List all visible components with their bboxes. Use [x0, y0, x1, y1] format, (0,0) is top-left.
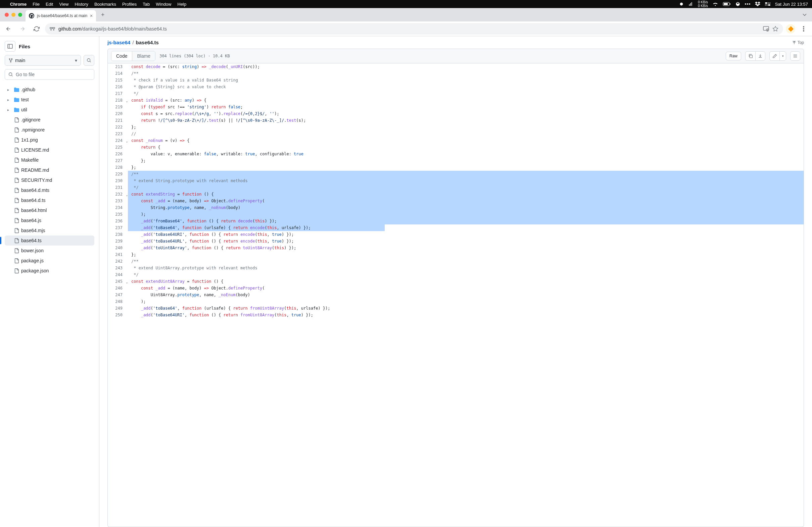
chrome-menu-icon[interactable]	[798, 23, 809, 34]
line-number[interactable]: 213	[108, 63, 128, 70]
line-number[interactable]: 221	[108, 117, 128, 124]
line-number[interactable]: 226	[108, 151, 128, 157]
code-content[interactable]: /**	[128, 70, 803, 77]
window-maximize[interactable]	[18, 13, 22, 17]
record-icon[interactable]	[679, 2, 684, 6]
code-content[interactable]: */	[128, 184, 803, 191]
code-content[interactable]: const _add = (name, body) => Object.defi…	[128, 285, 803, 291]
code-content[interactable]: };	[128, 124, 803, 131]
code-content[interactable]: const _add = (name, body) => Object.defi…	[128, 198, 803, 204]
code-line[interactable]: 215 * check if a value is a valid Base64…	[108, 77, 803, 84]
tab-close-icon[interactable]: ×	[90, 13, 93, 18]
code-content[interactable]: * extend String.prototype with relevant …	[128, 178, 803, 184]
code-line[interactable]: 231 */	[108, 184, 803, 191]
code-line[interactable]: 220 const s = src.replace(/\s+/g, '').re…	[108, 110, 803, 117]
menu-profiles[interactable]: Profiles	[122, 2, 136, 7]
code-content[interactable]: };	[128, 157, 803, 164]
code-line[interactable]: 229/**	[108, 171, 803, 178]
install-app-icon[interactable]	[763, 26, 769, 32]
line-number[interactable]: 216	[108, 84, 128, 90]
window-minimize[interactable]	[11, 13, 15, 17]
line-number[interactable]: 236	[108, 218, 128, 224]
copy-button[interactable]	[745, 51, 755, 61]
line-number[interactable]: 247	[108, 291, 128, 298]
code-line[interactable]: 250 _add('toBase64URI', function () { re…	[108, 312, 803, 318]
code-line[interactable]: 232⌄const extendString = function () {	[108, 191, 803, 198]
line-number[interactable]: 217	[108, 90, 128, 97]
files-panel-icon[interactable]	[5, 41, 15, 52]
code-line[interactable]: 233 const _add = (name, body) => Object.…	[108, 198, 803, 204]
line-number[interactable]: 229	[108, 171, 128, 178]
line-number[interactable]: 239	[108, 238, 128, 244]
tree-file[interactable]: package.json	[5, 266, 94, 276]
window-close[interactable]	[5, 13, 9, 17]
menu-window[interactable]: Window	[156, 2, 171, 7]
symbols-button[interactable]	[790, 51, 800, 61]
tree-folder[interactable]: ▸.github	[5, 85, 94, 95]
line-number[interactable]: 225	[108, 144, 128, 151]
new-tab-button[interactable]: +	[98, 10, 107, 19]
code-content[interactable]: const s = src.replace(/\s+/g, '').replac…	[128, 110, 803, 117]
menu-tab[interactable]: Tab	[143, 2, 150, 7]
code-content[interactable]: _add('toBase64URI', function () { return…	[128, 312, 803, 318]
tree-file[interactable]: base64.d.mts	[5, 185, 94, 195]
code-line[interactable]: 218⌄const isValid = (src: any) => {	[108, 97, 803, 104]
code-content[interactable]: const extendString = function () {	[128, 191, 803, 198]
line-number[interactable]: 250	[108, 312, 128, 318]
line-number[interactable]: 230	[108, 178, 128, 184]
site-info-icon[interactable]	[50, 27, 55, 31]
line-number[interactable]: 214	[108, 70, 128, 77]
code-line[interactable]: 242/**	[108, 258, 803, 265]
code-line[interactable]: 223//	[108, 131, 803, 137]
code-content[interactable]: const _noEnum = (v) => {	[128, 137, 803, 144]
code-line[interactable]: 230 * extend String.prototype with relev…	[108, 178, 803, 184]
line-number[interactable]: 242	[108, 258, 128, 265]
code-content[interactable]: _add('toUint8Array', function () { retur…	[128, 244, 803, 251]
code-line[interactable]: 239 _add('toBase64URL', function () { re…	[108, 238, 803, 244]
tree-file[interactable]: base64.mjs	[5, 225, 94, 236]
line-number[interactable]: 240	[108, 244, 128, 251]
code-content[interactable]: /**	[128, 171, 803, 178]
line-number[interactable]: 243	[108, 265, 128, 271]
code-line[interactable]: 225 return {	[108, 144, 803, 151]
line-number[interactable]: 235	[108, 211, 128, 218]
control-center-icon[interactable]	[765, 2, 770, 6]
goto-file-input[interactable]: Go to file	[5, 69, 94, 80]
menu-help[interactable]: Help	[177, 2, 187, 7]
tree-file[interactable]: base64.js	[5, 215, 94, 225]
code-content[interactable]: _add('toBase64URL', function () { return…	[128, 238, 803, 244]
line-number[interactable]: 241	[108, 251, 128, 258]
line-number[interactable]: 231	[108, 184, 128, 191]
line-number[interactable]: 246	[108, 285, 128, 291]
code-content[interactable]: );	[128, 298, 803, 305]
back-button[interactable]	[3, 23, 14, 34]
code-line[interactable]: 234 String.prototype, name, _noEnum(body…	[108, 204, 803, 211]
code-content[interactable]: * extend Uint8Array.prototype with relev…	[128, 265, 803, 271]
line-number[interactable]: 218⌄	[108, 97, 128, 104]
code-content[interactable]: _add('toBase64URI', function () { return…	[128, 231, 803, 238]
code-content[interactable]: _add('fromBase64', function () { return …	[128, 218, 803, 224]
dropbox-icon[interactable]	[755, 2, 760, 6]
code-line[interactable]: 240 _add('toUint8Array', function () { r…	[108, 244, 803, 251]
code-line[interactable]: 214/**	[108, 70, 803, 77]
tree-file[interactable]: package.js	[5, 256, 94, 266]
search-files-button[interactable]	[84, 55, 94, 66]
tree-file[interactable]: base64.d.ts	[5, 195, 94, 205]
code-line[interactable]: 243 * extend Uint8Array.prototype with r…	[108, 265, 803, 271]
edit-button[interactable]	[769, 51, 780, 61]
reload-button[interactable]	[31, 23, 42, 34]
edit-menu-button[interactable]: ▾	[780, 51, 786, 61]
code-content[interactable]: _add('toBase64', function (urlsafe) { re…	[128, 305, 803, 312]
line-number[interactable]: 220	[108, 110, 128, 117]
code-line[interactable]: 245⌄const extendUint8Array = function ()…	[108, 278, 803, 285]
code-content[interactable]: const extendUint8Array = function () {	[128, 278, 803, 285]
fold-icon[interactable]: ⌄	[126, 192, 128, 198]
code-content[interactable]: const isValid = (src: any) => {	[128, 97, 803, 104]
wifi-icon[interactable]	[713, 2, 718, 6]
clock[interactable]: Sat Jun 22 13:57	[775, 2, 808, 7]
code-line[interactable]: 216 * @param {String} src a value to che…	[108, 84, 803, 90]
tree-file[interactable]: 1x1.png	[5, 135, 94, 145]
battery-icon[interactable]	[723, 2, 731, 6]
blame-tab[interactable]: Blame	[132, 51, 155, 61]
extension-icon[interactable]: 🔶	[786, 24, 795, 33]
